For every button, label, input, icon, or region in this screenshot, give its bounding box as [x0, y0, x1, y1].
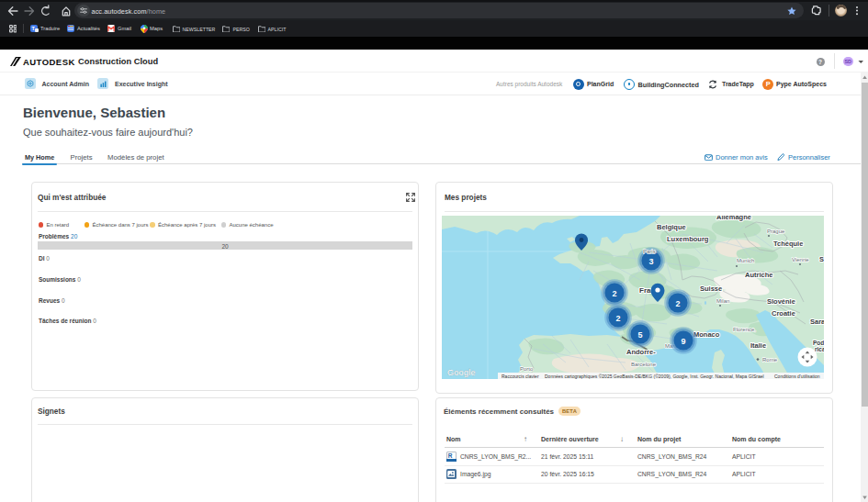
svg-text:rica: rica: [815, 346, 824, 352]
svg-text:Raccourcis clavier: Raccourcis clavier: [502, 374, 539, 379]
svg-text:Andorre-: Andorre-: [626, 348, 656, 356]
svg-text:Autriche: Autriche: [745, 271, 772, 279]
svg-text:Prague: Prague: [767, 229, 785, 234]
svg-text:Croatie: Croatie: [772, 309, 795, 318]
svg-text:2: 2: [675, 299, 680, 308]
svg-text:Porto: Porto: [520, 366, 534, 372]
svg-text:Conditions d'utilisation: Conditions d'utilisation: [774, 374, 820, 379]
svg-text:2: 2: [615, 314, 620, 323]
svg-text:Paris: Paris: [643, 249, 656, 254]
svg-text:Milan: Milan: [716, 298, 729, 304]
svg-text:Tchéquie: Tchéquie: [773, 240, 803, 248]
svg-text:Google: Google: [447, 368, 476, 377]
svg-text:S: S: [819, 255, 824, 263]
svg-text:2: 2: [612, 289, 616, 298]
svg-text:Sara: Sara: [810, 318, 824, 326]
svg-text:Barcelone: Barcelone: [631, 362, 657, 367]
svg-text:Allemagne: Allemagne: [716, 216, 751, 221]
svg-text:Belgique: Belgique: [657, 223, 686, 231]
svg-text:Vienne: Vienne: [792, 257, 809, 262]
svg-text:Suisse: Suisse: [700, 284, 722, 293]
svg-text:9: 9: [681, 337, 685, 346]
svg-text:5: 5: [637, 330, 642, 340]
svg-text:3: 3: [648, 257, 653, 266]
svg-text:Monaco: Monaco: [693, 330, 720, 339]
svg-text:Rome: Rome: [762, 357, 778, 363]
svg-text:Florence,: Florence,: [733, 327, 756, 332]
svg-text:Munich: Munich: [737, 258, 754, 263]
svg-text:Données cartographiques ©2025: Données cartographiques ©2025 GeoBasis-D…: [545, 374, 764, 379]
svg-text:Luxembourg: Luxembourg: [667, 235, 709, 243]
svg-text:Slovénie: Slovénie: [767, 297, 795, 306]
svg-text:Italie: Italie: [750, 341, 766, 350]
